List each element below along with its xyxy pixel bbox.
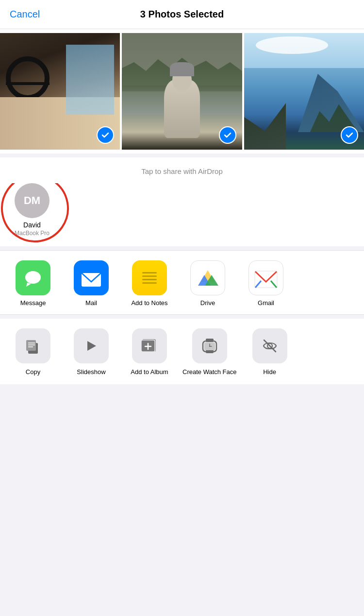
gmail-icon [248,260,283,295]
airdrop-contacts: DM David MacBook Pro [0,183,364,246]
photo-grid [0,29,364,154]
airdrop-label: Tap to share with AirDrop [0,167,364,175]
watch-face-label: Create Watch Face [182,368,237,376]
hide-label: Hide [263,368,276,376]
share-section: Message Mail Add [0,250,364,315]
page-title: 3 Photos Selected [140,9,224,20]
copy-label: Copy [26,368,40,376]
photo-item-3[interactable] [244,33,364,150]
add-album-icon-box [132,328,167,363]
svg-point-0 [25,271,41,284]
mail-icon [74,260,109,295]
cancel-button[interactable]: Cancel [10,9,40,20]
actions-section: Copy Slideshow [0,319,364,384]
contact-avatar: DM [15,183,50,218]
share-app-message[interactable]: Message [4,258,62,308]
actions-row: Copy Slideshow [0,326,364,378]
svg-rect-23 [206,350,214,353]
copy-icon-box [16,328,50,363]
gmail-label: Gmail [258,299,274,307]
action-hide[interactable]: Hide [241,326,299,378]
share-app-notes[interactable]: Add to Notes [120,258,179,308]
svg-marker-16 [87,341,96,351]
annotation-circle [0,183,74,246]
action-add-to-album[interactable]: Add to Album [120,326,179,378]
photo-item-1[interactable] [0,33,120,150]
svg-rect-22 [206,339,214,342]
share-app-mail[interactable]: Mail [62,258,120,308]
drive-icon [190,260,225,295]
mail-label: Mail [85,299,97,307]
share-app-gmail[interactable]: Gmail [237,258,295,308]
contact-name: David [23,221,41,229]
photo-2-check [219,126,236,144]
airdrop-contact-david[interactable]: DM David MacBook Pro [8,183,56,237]
message-icon [16,260,50,295]
hide-icon-box [252,328,287,363]
add-album-label: Add to Album [131,368,168,376]
notes-icon [132,260,167,295]
drive-label: Drive [200,299,215,307]
slideshow-label: Slideshow [77,368,105,376]
message-label: Message [20,299,46,307]
airdrop-section: Tap to share with AirDrop DM David MacBo… [0,157,364,246]
action-slideshow[interactable]: Slideshow [62,326,120,378]
svg-line-29 [264,340,276,352]
share-apps-row: Message Mail Add [0,258,364,308]
contact-device: MacBook Pro [15,230,50,237]
watch-face-icon-box [192,328,227,363]
share-app-drive[interactable]: Drive [179,258,237,308]
action-copy[interactable]: Copy [4,326,62,378]
slideshow-icon-box [74,328,109,363]
photo-item-2[interactable] [122,33,242,150]
svg-point-27 [209,346,210,347]
contact-initials: DM [24,194,40,207]
photo-3-check [341,126,358,144]
svg-rect-12 [26,340,36,351]
notes-label: Add to Notes [131,299,167,307]
action-create-watch-face[interactable]: Create Watch Face [179,326,241,378]
header: Cancel 3 Photos Selected [0,0,364,29]
